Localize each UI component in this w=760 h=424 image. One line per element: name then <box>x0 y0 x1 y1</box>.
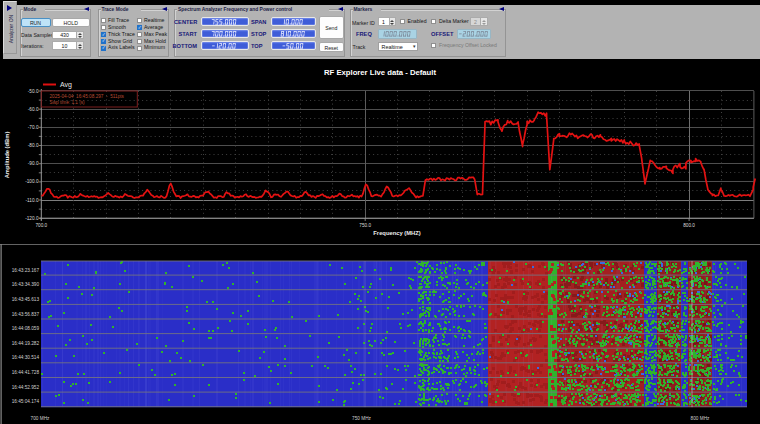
svg-text:16:44:41.728: 16:44:41.728 <box>12 370 40 375</box>
svg-text:-90.0: -90.0 <box>28 161 39 166</box>
svg-text:16:45:04.174: 16:45:04.174 <box>12 399 40 404</box>
svg-text:-50.0: -50.0 <box>28 89 39 94</box>
svg-text:16:44:52.952: 16:44:52.952 <box>12 385 40 390</box>
svg-text:16:43:34.390: 16:43:34.390 <box>12 282 40 287</box>
svg-text:750.0: 750.0 <box>359 223 371 228</box>
svg-text:Frequency (MHZ): Frequency (MHZ) <box>373 230 420 236</box>
svg-text:-100.0: -100.0 <box>25 179 39 184</box>
svg-text:700.0: 700.0 <box>35 223 47 228</box>
svg-text:Swp time: 1.1 (s): Swp time: 1.1 (s) <box>50 100 86 105</box>
svg-text:800.0: 800.0 <box>683 223 695 228</box>
svg-text:16:44:19.282: 16:44:19.282 <box>12 341 40 346</box>
svg-text:750 MHz: 750 MHz <box>352 416 371 421</box>
svg-text:-80.0: -80.0 <box>28 143 39 148</box>
svg-text:16:43:45.613: 16:43:45.613 <box>12 297 40 302</box>
svg-text:2025-04-04 16:45:08.297 - 5: 2025-04-04 16:45:08.297 - 511pts <box>50 94 125 99</box>
svg-text:16:44:08.059: 16:44:08.059 <box>12 326 40 331</box>
svg-text:-120.0: -120.0 <box>25 216 39 221</box>
svg-text:Avg: Avg <box>60 81 72 89</box>
svg-text:RF Explorer Live data - Defaul: RF Explorer Live data - Default <box>324 68 436 77</box>
svg-text:-60.0: -60.0 <box>28 107 39 112</box>
svg-text:Amplitude (dBm): Amplitude (dBm) <box>4 132 10 179</box>
svg-text:16:43:23.167: 16:43:23.167 <box>12 268 40 273</box>
svg-text:800 MHz: 800 MHz <box>691 416 710 421</box>
svg-text:16:43:56.837: 16:43:56.837 <box>12 312 40 317</box>
svg-text:700 MHz: 700 MHz <box>31 416 50 421</box>
svg-text:-70.0: -70.0 <box>28 125 39 130</box>
svg-text:16:44:30.514: 16:44:30.514 <box>12 355 40 360</box>
svg-text:-110.0: -110.0 <box>26 198 39 203</box>
